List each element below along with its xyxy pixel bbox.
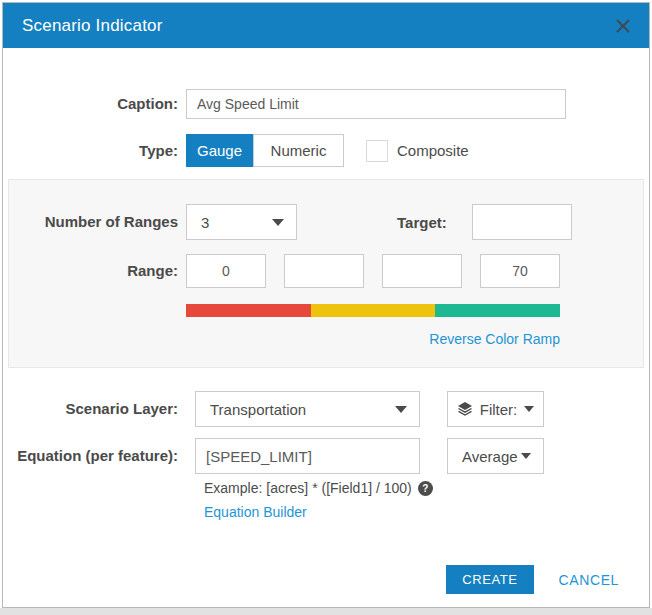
equation-builder-link[interactable]: Equation Builder	[204, 504, 307, 520]
range-input-2[interactable]	[284, 254, 364, 288]
scenario-indicator-dialog: Scenario Indicator Caption: Type: Gauge …	[2, 2, 650, 608]
layers-icon	[457, 401, 473, 417]
number-of-ranges-label: Number of Ranges	[9, 212, 178, 232]
equation-label: Equation (per feature):	[3, 446, 178, 466]
caption-label: Caption:	[3, 94, 178, 114]
type-row: Type: Gauge Numeric Composite	[3, 134, 649, 167]
type-segmented-control: Gauge Numeric	[186, 134, 344, 167]
chevron-down-icon	[524, 406, 534, 412]
number-of-ranges-dropdown[interactable]: 3	[186, 204, 297, 240]
number-of-ranges-row: Number of Ranges 3 Target:	[9, 204, 643, 240]
composite-label: Composite	[397, 142, 469, 159]
chevron-down-icon	[395, 406, 407, 413]
ramp-segment-low	[186, 304, 311, 317]
reverse-ramp-row: Reverse Color Ramp	[9, 330, 643, 348]
create-button[interactable]: CREATE	[446, 565, 533, 594]
type-label: Type:	[3, 141, 178, 161]
filter-label: Filter:	[480, 401, 518, 418]
chevron-down-icon	[272, 219, 284, 226]
color-ramp-row	[9, 304, 643, 317]
cancel-button[interactable]: CANCEL	[559, 572, 619, 588]
ranges-panel: Number of Ranges 3 Target: Range:	[8, 179, 644, 368]
help-icon[interactable]: ?	[418, 481, 433, 496]
equation-example-text: Example: [acres] * ([Field1] / 100)	[204, 480, 412, 496]
close-icon[interactable]	[614, 17, 632, 35]
range-input-4[interactable]	[480, 254, 560, 288]
target-input[interactable]	[472, 204, 572, 240]
range-input-3[interactable]	[382, 254, 462, 288]
chevron-down-icon	[521, 453, 531, 459]
dialog-footer: CREATE CANCEL	[446, 565, 619, 594]
aggregation-value: Average	[462, 448, 518, 465]
scenario-layer-row: Scenario Layer: Transportation Filter:	[3, 391, 649, 427]
equation-row: Equation (per feature): Average	[3, 438, 649, 474]
ramp-segment-mid	[311, 304, 436, 317]
type-option-numeric[interactable]: Numeric	[253, 134, 344, 167]
caption-input[interactable]	[186, 89, 566, 119]
scenario-layer-label: Scenario Layer:	[3, 399, 178, 419]
range-row: Range:	[9, 254, 643, 288]
range-label: Range:	[9, 261, 178, 281]
scenario-layer-value: Transportation	[210, 401, 306, 418]
number-of-ranges-value: 3	[201, 214, 209, 231]
reverse-color-ramp-link[interactable]: Reverse Color Ramp	[429, 331, 560, 347]
ramp-segment-high	[435, 304, 560, 317]
color-ramp	[186, 304, 560, 317]
equation-example: Example: [acres] * ([Field1] / 100) ?	[204, 480, 649, 496]
dialog-title: Scenario Indicator	[22, 16, 163, 36]
range-input-1[interactable]	[186, 254, 266, 288]
dialog-header: Scenario Indicator	[3, 3, 649, 48]
scenario-layer-dropdown[interactable]: Transportation	[195, 391, 420, 427]
target-label: Target:	[397, 214, 447, 231]
filter-button[interactable]: Filter:	[447, 391, 544, 427]
aggregation-dropdown[interactable]: Average	[447, 438, 544, 474]
composite-checkbox[interactable]	[366, 140, 388, 162]
equation-input[interactable]	[195, 438, 420, 474]
page-background-strip	[0, 608, 652, 615]
type-option-gauge[interactable]: Gauge	[186, 134, 253, 167]
caption-row: Caption:	[3, 89, 649, 119]
